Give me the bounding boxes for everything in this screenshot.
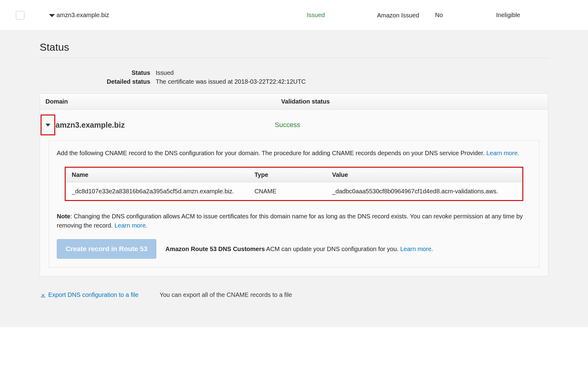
th-type: Type [248,168,326,182]
export-row: Export DNS configuration to a file You c… [40,290,548,300]
note-label: Note [57,213,70,220]
select-cell [0,11,27,20]
status-heading: Status [40,41,548,53]
domain-validation-table-head: Domain Validation status [40,94,548,110]
cname-record-table: Name Type Value _dc8d107e33e2a83816b6a2a… [65,167,523,201]
summary-in-use: No [435,12,496,19]
summary-status: Issued [307,12,377,19]
summary-type: Amazon Issued [377,11,435,19]
summary-renewal: Ineligible [496,12,588,19]
cname-head: Name Type Value [66,168,522,182]
route53-lead: Amazon Route 53 DNS Customers [165,246,265,252]
cname-type: CNAME [248,182,326,200]
th-name: Name [66,168,248,182]
status-label: Status [40,69,156,77]
cname-panel: Add the following CNAME record to the DN… [49,140,539,268]
domain-validation-table: Domain Validation status amzn3.example.b… [40,93,548,276]
create-record-route53-button[interactable]: Create record in Route 53 [57,239,156,259]
detailed-status-row: Detailed status The certificate was issu… [40,78,548,86]
status-value: Issued [156,69,548,77]
cname-name: _dc8d107e33e2a83816b6a2a395a5cf5d.amzn.e… [66,182,248,200]
th-domain: Domain [40,94,276,109]
route53-row: Create record in Route 53 Amazon Route 5… [57,239,531,259]
learn-more-link[interactable]: Learn more. [400,246,433,252]
detailed-status-value: The certificate was issued at 2018-03-22… [156,78,548,86]
cname-value: _dadbc0aaa5530cf8b0964967cf1d4ed8.acm-va… [326,182,522,200]
validation-status: Success [275,121,548,129]
route53-text: Amazon Route 53 DNS Customers ACM can up… [165,244,531,254]
learn-more-link[interactable]: Learn more. [114,222,147,229]
divider [40,58,548,58]
svg-rect-0 [41,297,45,297]
caret-down-icon[interactable] [49,14,55,17]
cname-intro-text: Add the following CNAME record to the DN… [57,150,486,156]
th-value: Value [326,168,522,182]
cname-body: _dc8d107e33e2a83816b6a2a395a5cf5d.amzn.e… [66,182,522,200]
certificate-summary-row[interactable]: amzn3.example.biz Issued Amazon Issued N… [0,0,588,31]
th-validation-status: Validation status [276,94,548,109]
export-dns-link[interactable]: Export DNS configuration to a file [48,291,139,298]
domain-expand-highlight [41,115,55,135]
expand-cell [27,14,56,17]
select-checkbox[interactable] [16,11,24,20]
detailed-status-label: Detailed status [40,78,156,86]
status-kv: Status Issued Detailed status The certif… [40,69,548,86]
summary-domain: amzn3.example.biz [56,12,307,19]
download-icon [40,291,46,300]
domain-name: amzn3.example.biz [55,121,275,129]
learn-more-link[interactable]: Learn more. [486,150,519,156]
status-row: Status Issued [40,69,548,77]
caret-down-icon[interactable] [45,124,50,126]
cname-intro: Add the following CNAME record to the DN… [57,148,531,158]
export-desc: You can export all of the CNAME records … [160,291,292,298]
domain-row: amzn3.example.biz Success [40,110,548,140]
note-paragraph: Note: Changing the DNS configuration all… [57,212,531,230]
certificate-details-panel: Status Status Issued Detailed status The… [0,31,588,327]
route53-body: ACM can update your DNS configuration fo… [265,246,400,252]
